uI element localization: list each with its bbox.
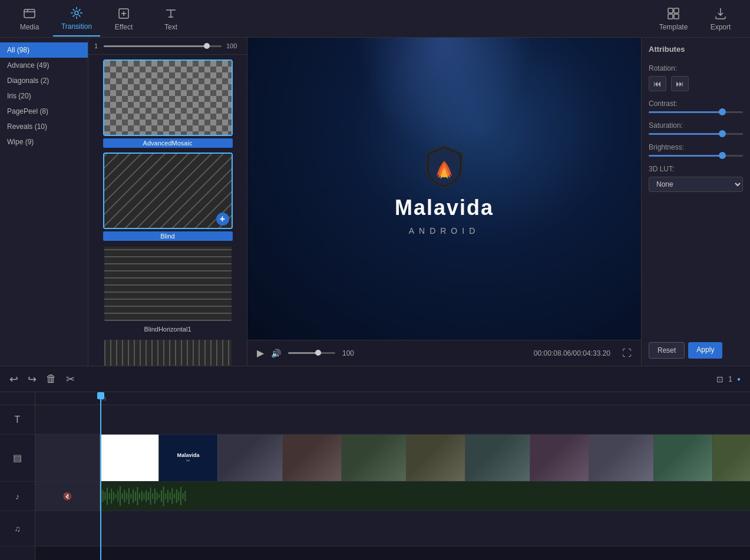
svg-rect-36 <box>163 486 164 506</box>
timeline-area: ↩ ↪ 🗑 ✂ ⊡ 1 ● T ▤ ♪ ♫ <box>0 366 750 560</box>
transition-blind[interactable]: + Blind Blind <box>103 153 233 241</box>
delete-button[interactable]: 🗑 <box>46 373 57 385</box>
svg-rect-27 <box>144 493 145 499</box>
contrast-slider[interactable] <box>649 111 743 113</box>
transition-advanced-mosaic[interactable]: AdvancedMosaic <box>103 59 233 148</box>
video-clip-blank[interactable] <box>100 435 159 481</box>
main-toolbar: Media Transition Effect Text <box>0 0 750 38</box>
filter-wipe[interactable]: Wipe (9) <box>0 134 88 150</box>
filter-reveals[interactable]: Reveals (10) <box>0 119 88 134</box>
playhead[interactable] <box>100 392 101 560</box>
svg-rect-25 <box>139 493 140 499</box>
video-clip-7[interactable] <box>589 435 654 481</box>
video-clip-malavida[interactable]: Malavida ✂ <box>159 435 218 481</box>
slider-min-label: 1 <box>94 42 99 49</box>
light-rays <box>356 38 533 155</box>
video-clip-9[interactable] <box>713 435 750 481</box>
toolbar-media[interactable]: Media <box>6 1 53 37</box>
toolbar-transition[interactable]: Transition <box>53 1 100 37</box>
duration-slider-row: 1 100 <box>88 38 247 55</box>
zoom-in-icon[interactable]: ⊡ <box>716 375 723 384</box>
svg-rect-45 <box>183 493 184 499</box>
contrast-row: Contrast: <box>649 100 743 113</box>
video-clip-4[interactable] <box>407 435 465 481</box>
zoom-value: 1 <box>728 375 732 383</box>
svg-rect-21 <box>130 494 131 499</box>
lut-row: 3D LUT: None <box>649 165 743 192</box>
apply-button[interactable]: Apply <box>688 342 722 359</box>
video-track: Malavida ✂ <box>35 435 750 482</box>
svg-rect-24 <box>137 487 138 505</box>
filter-pagepeel[interactable]: PagePeel (8) <box>0 104 88 119</box>
undo-button[interactable]: ↩ <box>9 373 18 386</box>
rotation-left-button[interactable]: ⏮ <box>649 76 666 91</box>
video-clip-2[interactable] <box>283 435 342 481</box>
svg-rect-34 <box>158 495 160 498</box>
timeline-content: T ▤ ♪ ♫ 0s <box>0 392 750 560</box>
volume-icon: 🔊 <box>271 349 281 358</box>
svg-rect-22 <box>133 489 134 503</box>
duration-slider[interactable] <box>104 45 222 47</box>
preview-area: Malavida ANDROID ▶ 🔊 100 00:00:08.06/00:… <box>247 38 641 366</box>
timeline-ruler: 0s <box>35 392 750 405</box>
saturation-slider-row <box>649 133 743 135</box>
volume-slider[interactable] <box>288 352 335 354</box>
svg-rect-37 <box>165 493 166 499</box>
saturation-label: Saturation: <box>649 121 743 130</box>
svg-rect-20 <box>128 488 130 504</box>
video-clip-3[interactable] <box>342 435 407 481</box>
svg-rect-16 <box>120 486 121 506</box>
filter-all[interactable]: All (98) <box>0 42 88 58</box>
filter-panel: All (98) Advance (49) Diagonals (2) Iris… <box>0 38 88 366</box>
transitions-panel: 1 100 AdvancedMosaic + Bli <box>88 38 247 366</box>
rotation-right-button[interactable]: ⏭ <box>671 76 689 91</box>
video-clip-6[interactable] <box>530 435 589 481</box>
cut-button[interactable]: ✂ <box>66 373 75 386</box>
transition-blind-vertical[interactable] <box>103 339 233 366</box>
rotation-controls: ⏮ ⏭ <box>649 76 743 91</box>
saturation-slider[interactable] <box>649 133 743 135</box>
play-button[interactable]: ▶ <box>257 347 264 359</box>
reset-button[interactable]: Reset <box>649 342 685 359</box>
add-transition-button[interactable]: + <box>216 213 229 226</box>
svg-rect-41 <box>174 494 175 499</box>
playhead-handle[interactable] <box>97 392 104 399</box>
toolbar-export[interactable]: Export <box>697 1 744 37</box>
filter-diagonals[interactable]: Diagonals (2) <box>0 73 88 88</box>
fullscreen-button[interactable]: ⛶ <box>622 348 632 359</box>
toolbar-template[interactable]: Template <box>650 1 697 37</box>
rotation-row: Rotation: ⏮ ⏭ <box>649 64 743 91</box>
svg-point-1 <box>75 11 78 15</box>
music-track-label: ♫ <box>0 511 35 546</box>
saturation-row: Saturation: <box>649 121 743 135</box>
svg-rect-18 <box>124 490 125 503</box>
video-clip-5[interactable] <box>465 435 530 481</box>
svg-rect-4 <box>674 8 679 13</box>
audio-mute-button[interactable]: 🔇 <box>35 482 100 511</box>
transition-name-advanced-mosaic: AdvancedMosaic <box>103 138 233 148</box>
volume-value: 100 <box>342 349 354 357</box>
malavida-sub: ANDROID <box>409 226 480 236</box>
filter-advance[interactable]: Advance (49) <box>0 58 88 73</box>
text-track-label: T <box>0 405 35 435</box>
svg-rect-19 <box>126 493 127 500</box>
redo-button[interactable]: ↪ <box>28 373 37 386</box>
audio-waveform <box>100 482 750 511</box>
toolbar-text[interactable]: Text <box>147 1 194 37</box>
brightness-label: Brightness: <box>649 143 743 151</box>
brightness-slider[interactable] <box>649 155 743 157</box>
transition-name-blind-horizontal: BlindHorizontal1 <box>103 324 233 334</box>
svg-rect-9 <box>104 492 105 501</box>
transition-thumb-advanced-mosaic <box>103 59 233 136</box>
toolbar-effect[interactable]: Effect <box>100 1 147 37</box>
video-clip-1[interactable] <box>218 435 283 481</box>
svg-rect-17 <box>122 493 123 499</box>
svg-rect-32 <box>154 489 156 503</box>
transition-blind-horizontal[interactable]: BlindHorizontal1 <box>103 246 233 334</box>
attribute-buttons: Reset Apply <box>649 342 743 359</box>
horizontal-pattern <box>104 247 232 321</box>
filter-iris[interactable]: Iris (20) <box>0 88 88 104</box>
svg-rect-5 <box>668 14 673 19</box>
lut-select[interactable]: None <box>649 177 743 192</box>
video-clip-8[interactable] <box>654 435 713 481</box>
